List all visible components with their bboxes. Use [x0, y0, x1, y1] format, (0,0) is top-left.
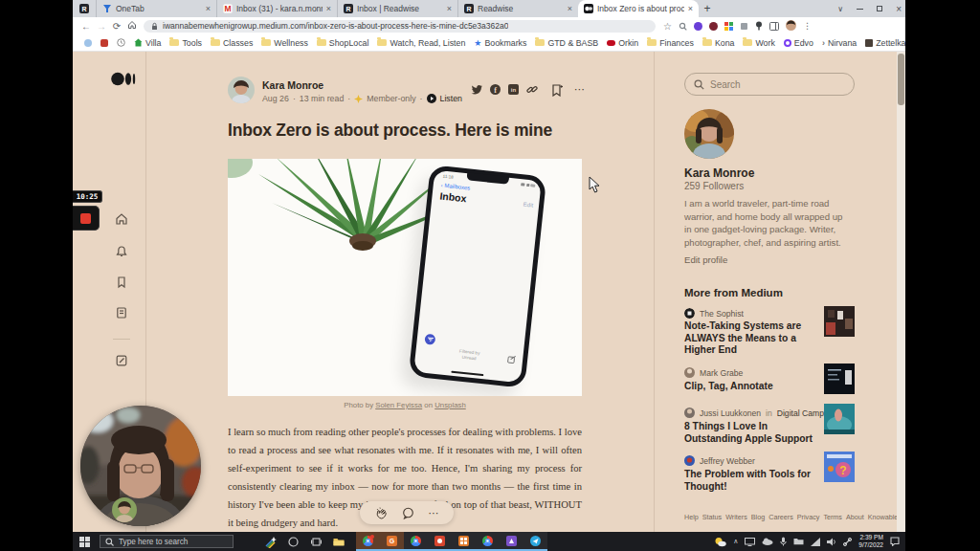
bookmark-folder-classes[interactable]: Classes [211, 38, 253, 48]
pinned-tab-readwise[interactable]: R [73, 0, 96, 17]
tab-close-icon[interactable]: × [447, 5, 452, 13]
maximize-icon[interactable] [877, 6, 882, 11]
list-item-title[interactable]: Note-Taking Systems are ALWAYS the Means… [684, 320, 816, 357]
medium-logo[interactable] [111, 71, 138, 91]
list-item-thumbnail[interactable] [824, 364, 855, 394]
list-item-title[interactable]: The Problem with Tools for Thought! [684, 469, 816, 493]
bookmark-orkin[interactable]: Orkin [607, 38, 638, 48]
bookmark-folder-gtd-basb[interactable]: GTD & BASB [535, 38, 598, 48]
tab-readwise[interactable]: R Readwise × [457, 0, 578, 17]
notification-center-icon[interactable] [890, 537, 900, 546]
bookmark-nirvana[interactable]: ›Nirvana [822, 38, 857, 48]
taskbar-app-red-square[interactable] [428, 532, 452, 551]
caption-author-link[interactable]: Solen Feyissa [375, 401, 422, 409]
tab-close-icon[interactable]: × [206, 5, 211, 13]
tab-close-icon[interactable]: × [568, 5, 572, 13]
hero-image[interactable]: 11:18 ‹ Mailboxes Inbox Edit Filtered by… [228, 159, 582, 396]
extensions-pin-icon[interactable] [755, 17, 763, 34]
write-icon[interactable] [115, 354, 128, 367]
list-item-author[interactable]: Jussi Luukkonen in Digital Camp Fires [684, 408, 844, 418]
reload-icon[interactable]: ⟳ [109, 21, 124, 32]
tab-search-chevron-icon[interactable]: ∨ [837, 5, 843, 13]
tray-link-icon[interactable] [843, 538, 852, 546]
close-icon[interactable]: × [896, 4, 902, 14]
footer-link[interactable]: Help [684, 513, 699, 521]
list-item-author[interactable]: Jeffrey Webber [684, 455, 755, 466]
stories-icon[interactable] [115, 306, 128, 320]
footer-link[interactable]: Privacy [797, 513, 820, 521]
twitter-icon[interactable] [471, 84, 482, 95]
taskbar-app-orange[interactable]: G [380, 532, 404, 551]
author-avatar[interactable] [228, 77, 255, 103]
bookmark-folder-tools[interactable]: Tools [169, 38, 202, 48]
respond-comment-icon[interactable] [402, 507, 414, 519]
back-icon[interactable]: ← [78, 21, 94, 32]
footer-link[interactable]: Terms [823, 513, 842, 521]
address-bar[interactable]: iwannabemewhenigrowup.medium.com/inbox-z… [144, 20, 656, 33]
minimize-icon[interactable] [857, 9, 863, 10]
forward-icon[interactable]: → [94, 21, 109, 32]
taskbar-app-chrome-3[interactable] [476, 532, 500, 551]
sidebar-profile-avatar[interactable] [112, 497, 137, 522]
volume-icon[interactable] [827, 538, 836, 546]
footer-link[interactable]: About [846, 513, 864, 521]
bookmark-folder-watch-read-listen[interactable]: Watch, Read, Listen [377, 38, 465, 48]
footer-link[interactable]: Writers [725, 513, 747, 521]
caption-source-link[interactable]: Unsplash [434, 401, 466, 409]
bookmark-folder-wellness[interactable]: Wellness [261, 38, 308, 48]
list-item-author[interactable]: Mark Grabe [684, 367, 743, 378]
copy-link-icon[interactable] [526, 84, 538, 95]
profile-photo[interactable] [684, 109, 734, 159]
extension-darkred-icon[interactable] [709, 22, 718, 31]
tray-display-icon[interactable] [745, 538, 755, 546]
extension-purple-icon[interactable] [694, 22, 702, 31]
list-item-title[interactable]: 8 Things I Love In Outstanding Apple Sup… [684, 421, 816, 445]
taskbar-app-purple[interactable] [500, 532, 523, 551]
extension-multicolor-icon[interactable] [724, 17, 733, 34]
microphone-icon[interactable] [780, 537, 787, 546]
lists-bookmark-icon[interactable] [115, 276, 128, 289]
footer-link[interactable]: Careers [768, 513, 793, 521]
footer-link[interactable]: Status [702, 513, 722, 521]
taskbar-app-blue-messenger[interactable] [523, 532, 547, 551]
pill-more-icon[interactable]: ⋯ [429, 510, 439, 516]
page-scrollbar[interactable] [897, 52, 905, 532]
footer-link[interactable]: Blog [751, 513, 765, 521]
tray-folder-icon[interactable] [793, 538, 804, 545]
bookmark-bookmarks[interactable]: ★Bookmarks [474, 38, 526, 48]
bookmark-favicon-clock[interactable] [117, 38, 125, 47]
tab-close-icon[interactable]: × [688, 5, 693, 13]
listen-play-icon[interactable] [427, 94, 436, 103]
clap-icon[interactable] [375, 507, 388, 519]
sidebar-profile-name[interactable]: Kara Monroe [684, 166, 754, 180]
side-panel-icon[interactable] [769, 17, 779, 34]
tab-close-icon[interactable]: × [326, 5, 331, 13]
save-bookmark-icon[interactable] [551, 83, 563, 100]
tab-active-medium-article[interactable]: Inbox Zero is about process. He... × [578, 0, 699, 17]
new-tab-button[interactable]: + [699, 0, 716, 17]
listen-label[interactable]: Listen [440, 94, 462, 103]
scrollbar-thumb[interactable] [898, 54, 904, 105]
taskbar-app-chrome-1[interactable] [356, 532, 380, 551]
home-nav-icon[interactable] [115, 212, 128, 226]
extension-search-icon[interactable] [679, 17, 687, 34]
network-icon[interactable] [811, 538, 820, 546]
file-explorer-icon[interactable] [327, 532, 350, 551]
search-input[interactable] [710, 79, 835, 90]
tab-gmail-inbox[interactable]: M Inbox (31) - kara.n.monroe@gm... × [216, 0, 337, 17]
author-name[interactable]: Kara Monroe [262, 79, 323, 91]
tab-readwise-inbox[interactable]: R Inbox | Readwise × [337, 0, 457, 17]
bookmark-folder-kona[interactable]: Kona [702, 38, 735, 48]
stop-recording-button[interactable] [73, 206, 100, 231]
task-view-icon[interactable] [304, 532, 327, 551]
edit-profile-link[interactable]: Edit profile [684, 254, 727, 265]
taskbar-clock[interactable]: 2:39 PM 9/7/2022 [858, 534, 883, 549]
bookmark-favicon-blue[interactable] [84, 39, 92, 47]
taskbar-search-input[interactable] [119, 538, 224, 546]
sharex-icon[interactable] [258, 532, 281, 551]
extension-gray-icon[interactable] [740, 17, 748, 34]
bookmark-folder-finances[interactable]: Finances [647, 38, 694, 48]
list-item-thumbnail[interactable] [824, 306, 855, 337]
kebab-menu-icon[interactable]: ⋮ [803, 21, 812, 31]
taskbar-app-chrome-2[interactable] [404, 532, 428, 551]
